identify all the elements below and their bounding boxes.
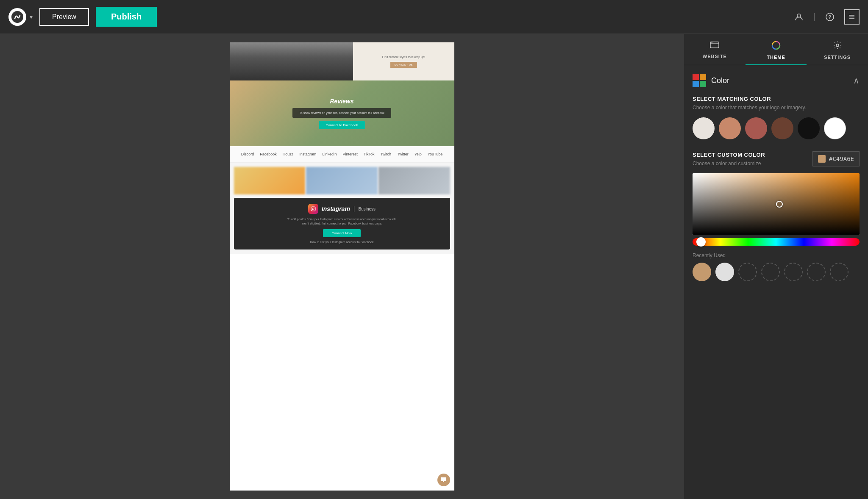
color-header-left: Color xyxy=(693,74,729,87)
settings-tab-icon xyxy=(833,41,842,52)
social-link-discord[interactable]: Discord xyxy=(241,152,254,156)
swatch-white[interactable] xyxy=(824,117,846,139)
recent-swatch-7[interactable] xyxy=(830,263,849,281)
swatch-peach[interactable] xyxy=(719,117,741,139)
tab-settings[interactable]: SETTINGS xyxy=(807,34,868,65)
recent-swatch-3[interactable] xyxy=(738,263,757,281)
custom-color-swatch xyxy=(818,155,826,163)
logo-chevron[interactable]: ▾ xyxy=(30,14,33,20)
recent-swatch-6[interactable] xyxy=(807,263,826,281)
custom-color-info: SELECT CUSTOM COLOR Choose a color and c… xyxy=(693,152,765,166)
swatch-black[interactable] xyxy=(798,117,820,139)
instagram-description: To add photos from your Instagram creato… xyxy=(287,217,397,226)
instagram-thumb-1 xyxy=(234,167,306,194)
social-link-twitch[interactable]: Twitch xyxy=(381,152,392,156)
hue-slider[interactable] xyxy=(693,238,860,246)
color-section-title: Color xyxy=(711,76,729,85)
recently-used-title: Recently Used xyxy=(693,252,860,258)
swatch-brown[interactable] xyxy=(771,117,793,139)
chat-bubble[interactable] xyxy=(437,474,450,486)
color-section-header: Color ∧ xyxy=(693,74,860,87)
custom-color-hex: #C49A6E xyxy=(829,155,854,162)
recent-swatch-2[interactable] xyxy=(715,263,734,281)
color-swatches xyxy=(693,117,860,139)
reviews-overlay: Reviews To show reviews on your site, co… xyxy=(230,80,454,146)
website-preview: Find durable styles that keep up! CONTAC… xyxy=(230,42,454,491)
canvas-area[interactable]: Find durable styles that keep up! CONTAC… xyxy=(0,34,684,499)
instagram-divider: | xyxy=(353,205,355,212)
social-link-youtube[interactable]: YouTube xyxy=(428,152,442,156)
social-links-list: Discord Facebook Houzz Instagram LinkedI… xyxy=(238,152,446,156)
instagram-name: Instagram xyxy=(322,205,350,212)
color-section: Color ∧ SELECT MATCHING COLOR Choose a c… xyxy=(684,65,868,290)
social-link-yelp[interactable]: Yelp xyxy=(415,152,422,156)
logo-area: ▾ xyxy=(8,8,33,26)
select-custom-title: SELECT CUSTOM COLOR xyxy=(693,152,765,158)
preview-instagram: Instagram | Business To add photos from … xyxy=(230,163,454,254)
topbar-icons: | ? xyxy=(791,9,860,25)
topbar: ▾ Preview Publish | ? xyxy=(0,0,868,34)
help-icon-button[interactable]: ? xyxy=(822,9,837,25)
social-link-instagram[interactable]: Instagram xyxy=(299,152,316,156)
instagram-grid xyxy=(234,167,450,194)
svg-point-13 xyxy=(713,42,714,43)
main-area: Find durable styles that keep up! CONTAC… xyxy=(0,34,868,499)
color-grid-icon xyxy=(693,74,706,87)
instagram-connect-button[interactable]: Connect Now xyxy=(323,229,360,237)
preview-button[interactable]: Preview xyxy=(39,8,89,26)
color-picker-gradient[interactable] xyxy=(693,173,860,235)
social-link-facebook[interactable]: Facebook xyxy=(260,152,277,156)
social-link-twitter[interactable]: Twitter xyxy=(397,152,409,156)
publish-button[interactable]: Publish xyxy=(96,7,157,27)
tab-theme[interactable]: THEME xyxy=(746,34,807,65)
preview-reviews: Reviews To show reviews on your site, co… xyxy=(230,80,454,146)
color-picker-cursor[interactable] xyxy=(776,201,783,208)
tab-website[interactable]: WEBSITE xyxy=(684,34,746,65)
instagram-link-text[interactable]: How to link your Instagram account to Fa… xyxy=(310,241,374,244)
hue-slider-thumb[interactable] xyxy=(696,237,706,247)
swatch-terracotta[interactable] xyxy=(745,117,767,139)
right-panel: WEBSITE THEME xyxy=(684,34,868,499)
social-link-pinterest[interactable]: Pinterest xyxy=(342,152,358,156)
hero-image xyxy=(230,42,353,80)
social-link-linkedin[interactable]: LinkedIn xyxy=(322,152,337,156)
svg-text:?: ? xyxy=(828,14,831,20)
tab-website-label: WEBSITE xyxy=(703,54,727,59)
user-icon-button[interactable] xyxy=(791,9,807,25)
instagram-business: Business xyxy=(358,207,376,211)
social-link-tiktok[interactable]: TikTok xyxy=(364,152,375,156)
recent-swatch-5[interactable] xyxy=(784,263,803,281)
svg-point-12 xyxy=(712,42,712,43)
instagram-logo-icon xyxy=(308,204,318,214)
svg-point-15 xyxy=(836,44,839,47)
instagram-header: Instagram | Business xyxy=(308,204,376,214)
preview-hero: Find durable styles that keep up! CONTAC… xyxy=(230,42,454,80)
hero-content: Find durable styles that keep up! CONTAC… xyxy=(353,42,454,80)
svg-point-9 xyxy=(314,207,314,208)
hero-tagline: Find durable styles that keep up! xyxy=(382,55,425,58)
color-collapse-button[interactable]: ∧ xyxy=(853,75,860,86)
tab-theme-label: THEME xyxy=(767,55,785,60)
select-custom-desc: Choose a color and customize xyxy=(693,161,765,166)
hero-contact-button[interactable]: CONTACT US xyxy=(390,62,417,68)
social-link-houzz[interactable]: Houzz xyxy=(283,152,294,156)
select-matching-desc: Choose a color that matches your logo or… xyxy=(693,105,860,111)
reviews-connect-button[interactable]: Connect to Facebook xyxy=(319,121,364,129)
recent-swatch-4[interactable] xyxy=(761,263,780,281)
preview-social: Discord Facebook Houzz Instagram LinkedI… xyxy=(230,146,454,163)
recent-swatch-1[interactable] xyxy=(693,263,711,281)
checklist-icon-button[interactable] xyxy=(844,9,860,25)
website-tab-icon xyxy=(710,41,719,51)
instagram-thumb-3 xyxy=(378,167,450,194)
separator: | xyxy=(813,12,815,22)
select-matching-title: SELECT MATCHING COLOR xyxy=(693,96,860,102)
logo-icon xyxy=(8,8,26,26)
instagram-connect-card: Instagram | Business To add photos from … xyxy=(234,198,450,250)
theme-tab-icon xyxy=(771,41,781,52)
panel-tabs: WEBSITE THEME xyxy=(684,34,868,65)
recent-swatches xyxy=(693,263,860,281)
instagram-thumb-2 xyxy=(306,167,378,194)
custom-color-input[interactable]: #C49A6E xyxy=(812,151,860,166)
swatch-light[interactable] xyxy=(693,117,715,139)
svg-point-8 xyxy=(312,208,314,210)
